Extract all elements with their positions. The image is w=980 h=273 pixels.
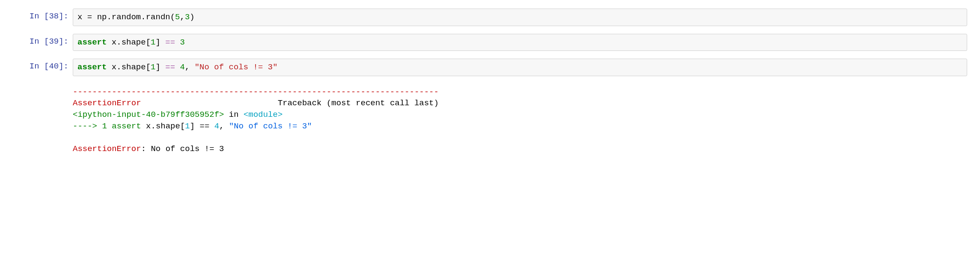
traceback-module: <module> [244,110,282,119]
prompt-bracket-close: ]: [59,62,68,71]
traceback-header-right: Traceback (most recent call last) [278,98,439,108]
code-token-dot: . [141,12,146,22]
traceback-arrow: ----> 1 [73,122,107,131]
prompt-number: 38 [49,12,59,21]
prompt-number: 39 [49,37,59,46]
traceback-comma: , [219,122,229,131]
prompt-bracket-open: [ [44,62,49,71]
code-input[interactable]: assert x.shape[1] == 3 [73,34,967,51]
traceback-space [107,122,112,131]
traceback-output: ----------------------------------------… [73,84,967,157]
traceback-space [195,122,199,131]
code-token-number: 3 [180,38,185,47]
prompt-in-label: In [30,37,44,46]
code-token-var: x [77,12,82,22]
prompt-bracket-close: ]: [59,12,68,21]
code-token-attr: shape [122,38,146,47]
traceback-attr: shape [156,122,180,131]
code-token-space [175,38,180,47]
code-token-compare: == [165,62,175,72]
output-prompt-empty [13,84,73,157]
traceback-index: 1 [185,122,190,131]
code-token-attr: randn [146,12,170,22]
prompt-bracket-close: ]: [59,37,68,46]
code-token-var: x [112,38,116,47]
code-token-attr: random [112,12,141,22]
code-token-space [160,62,165,72]
traceback-error-name: AssertionError [73,98,141,108]
code-cell: In [38]: x = np.random.randn(5,3) [13,9,967,26]
traceback-lbracket: [ [180,122,185,131]
code-token-space [107,38,111,47]
code-token-number: 4 [180,62,185,72]
prompt-in-label: In [30,62,44,71]
code-token-number: 1 [151,38,155,47]
code-token-keyword: assert [77,62,107,72]
traceback-dot: . [151,122,155,131]
prompt-bracket-open: [ [44,12,49,21]
traceback-space [209,122,214,131]
output-cell: ----------------------------------------… [13,84,967,157]
code-input[interactable]: x = np.random.randn(5,3) [73,9,967,26]
code-input[interactable]: assert x.shape[1] == 4, "No of cols != 3… [73,59,967,76]
code-token-number: 3 [185,12,190,22]
code-token-rbracket: ] [155,62,160,72]
code-token-assign: = [82,12,97,22]
traceback-spacing [141,98,278,108]
input-prompt: In [39]: [13,34,73,51]
code-token-compare: == [165,38,175,47]
code-token-rbracket: ] [155,38,160,47]
traceback-compare: == [200,122,210,131]
traceback-final-colon: : [141,144,151,154]
traceback-source-ref: <ipython-input-40-b79ff305952f> [73,110,224,119]
traceback-value: 4 [214,122,219,131]
traceback-message-string: "No of cols != 3" [229,122,312,131]
code-cell: In [39]: assert x.shape[1] == 3 [13,34,967,51]
code-token-module: np [97,12,107,22]
traceback-keyword: assert [112,122,141,131]
traceback-rbracket: ] [190,122,195,131]
code-token-space [107,62,111,72]
code-cell: In [40]: assert x.shape[1] == 4, "No of … [13,59,967,76]
code-token-dot: . [116,62,121,72]
prompt-number: 40 [49,62,59,71]
code-token-lparen: ( [170,12,175,22]
code-token-comma: , [180,12,185,22]
code-token-var: x [112,62,116,72]
code-token-keyword: assert [77,38,107,47]
code-token-space [160,38,165,47]
input-prompt: In [40]: [13,59,73,76]
code-token-rparen: ) [190,12,194,22]
code-token-dot: . [107,12,111,22]
traceback-in-word: in [224,110,244,119]
code-token-string: "No of cols != 3" [195,62,278,72]
prompt-in-label: In [30,12,44,21]
code-token-number: 1 [151,62,155,72]
input-prompt: In [38]: [13,9,73,26]
traceback-separator: ----------------------------------------… [73,87,439,97]
code-token-attr: shape [122,62,146,72]
code-token-lbracket: [ [146,62,151,72]
traceback-final-error: AssertionError [73,144,141,154]
code-token-lbracket: [ [146,38,151,47]
prompt-bracket-open: [ [44,37,49,46]
traceback-space [141,122,146,131]
code-token-dot: . [116,38,121,47]
code-token-space [175,62,180,72]
traceback-final-message: No of cols != 3 [151,144,224,154]
code-token-comma: , [185,62,195,72]
code-token-number: 5 [175,12,180,22]
traceback-var: x [146,122,151,131]
